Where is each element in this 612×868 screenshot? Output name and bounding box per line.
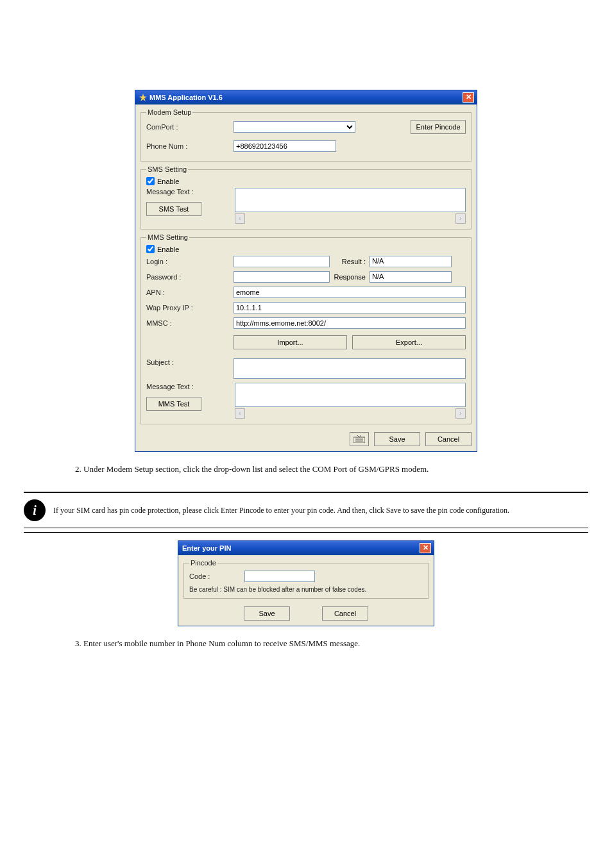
- pincode-group: Pincode Code : Be careful : SIM can be b…: [183, 559, 429, 599]
- pin-warning: Be careful : SIM can be blocked after a …: [189, 586, 423, 593]
- close-icon[interactable]: ✕: [420, 543, 431, 553]
- login-label: Login :: [146, 258, 230, 265]
- virtual-keyboard-button[interactable]: [350, 432, 369, 446]
- export-button[interactable]: Export...: [352, 335, 466, 349]
- password-input[interactable]: [234, 271, 330, 283]
- mmsc-label: MMSC :: [146, 319, 230, 327]
- pin-window-title: Enter your PIN: [182, 544, 231, 552]
- info-callout: i If your SIM card has pin code protecti…: [24, 488, 588, 534]
- mms-application-window: MMS Application V1.6 ✕ Modem Setup ComPo…: [135, 90, 477, 452]
- password-label: Password :: [146, 273, 230, 281]
- cancel-button[interactable]: Cancel: [425, 432, 472, 446]
- mms-enable-row[interactable]: Enable: [146, 245, 466, 253]
- modem-setup-legend: Modem Setup: [146, 108, 192, 116]
- apn-input[interactable]: [234, 287, 466, 298]
- response-output: N/A: [370, 271, 452, 283]
- app-icon: [139, 94, 147, 101]
- svg-rect-1: [353, 437, 365, 443]
- sms-enable-checkbox[interactable]: [146, 177, 155, 185]
- enter-pin-dialog: Enter your PIN ✕ Pincode Code : Be caref…: [178, 540, 434, 626]
- sms-setting-legend: SMS Setting: [146, 165, 188, 173]
- close-icon[interactable]: ✕: [463, 92, 474, 103]
- scroll-right-icon[interactable]: ›: [455, 213, 466, 224]
- pin-titlebar: Enter your PIN ✕: [178, 541, 434, 555]
- doc-paragraph-2: 2. Under Modem Setup section, click the …: [75, 463, 537, 475]
- pin-code-input[interactable]: [244, 571, 315, 582]
- mmsc-input[interactable]: [234, 317, 466, 329]
- save-button[interactable]: Save: [374, 432, 420, 446]
- subject-input[interactable]: [234, 358, 466, 379]
- import-button[interactable]: Import...: [234, 335, 347, 349]
- titlebar: MMS Application V1.6 ✕: [135, 90, 477, 104]
- pin-code-label: Code :: [189, 572, 241, 580]
- sms-scroll: ‹ ›: [235, 213, 466, 224]
- keyboard-icon: [353, 435, 365, 443]
- mms-message-label: Message Text :: [146, 383, 230, 390]
- sms-enable-row[interactable]: Enable: [146, 177, 466, 185]
- mms-message-textarea[interactable]: [235, 383, 466, 407]
- mms-scroll: ‹ ›: [235, 408, 466, 419]
- apn-label: APN :: [146, 288, 230, 296]
- comport-select[interactable]: [234, 121, 355, 133]
- pin-save-button[interactable]: Save: [244, 606, 290, 621]
- sms-setting-group: SMS Setting Enable Message Text : SMS Te…: [140, 165, 472, 230]
- phone-num-input[interactable]: [234, 140, 336, 152]
- phone-num-label: Phone Num :: [146, 142, 230, 150]
- wap-proxy-input[interactable]: [234, 302, 466, 313]
- info-icon: i: [24, 499, 46, 521]
- mms-enable-label: Enable: [157, 246, 179, 253]
- info-note-text: If your SIM card has pin code protection…: [53, 506, 588, 515]
- scroll-left-icon[interactable]: ‹: [235, 408, 245, 419]
- result-output: N/A: [370, 256, 452, 267]
- pincode-legend: Pincode: [189, 559, 217, 567]
- mms-setting-legend: MMS Setting: [146, 233, 189, 241]
- login-input[interactable]: [234, 256, 330, 267]
- sms-message-label: Message Text :: [146, 188, 230, 196]
- subject-label: Subject :: [146, 358, 230, 366]
- sms-test-button[interactable]: SMS Test: [146, 202, 201, 216]
- response-label: Response: [334, 273, 366, 281]
- comport-label: ComPort :: [146, 123, 230, 131]
- wap-proxy-label: Wap Proxy IP :: [146, 304, 230, 312]
- sms-message-textarea[interactable]: [235, 188, 466, 212]
- result-label: Result :: [334, 258, 366, 265]
- mms-setting-group: MMS Setting Enable Login : Result : N/A …: [140, 233, 472, 424]
- enter-pincode-button[interactable]: Enter Pincode: [411, 120, 466, 134]
- doc-paragraph-3: 3. Enter user's mobile number in Phone N…: [75, 638, 537, 649]
- sms-enable-label: Enable: [157, 178, 179, 185]
- window-title: MMS Application V1.6: [149, 94, 223, 101]
- svg-marker-0: [139, 94, 147, 101]
- mms-enable-checkbox[interactable]: [146, 245, 155, 253]
- pin-cancel-button[interactable]: Cancel: [322, 606, 368, 621]
- scroll-left-icon[interactable]: ‹: [235, 213, 245, 224]
- scroll-right-icon[interactable]: ›: [455, 408, 466, 419]
- modem-setup-group: Modem Setup ComPort : Enter Pincode Phon…: [140, 108, 472, 162]
- mms-test-button[interactable]: MMS Test: [146, 397, 201, 411]
